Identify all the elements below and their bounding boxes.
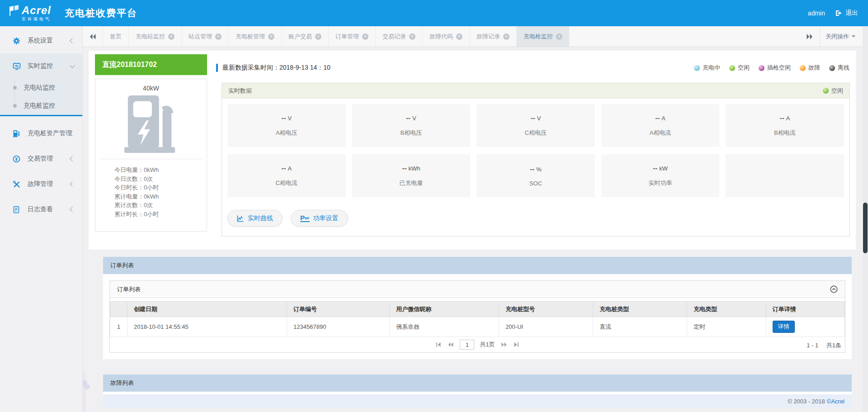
collapse-panel-button[interactable] (830, 285, 838, 293)
sidebar-item-charging-pile-monitor[interactable]: 充电桩监控 (0, 97, 82, 115)
measurement-grid: --VA相电压 --VB相电压 --VC相电压 --AA相电流 --AB相电流 … (227, 104, 844, 197)
tab-close-icon[interactable]: × (556, 33, 562, 40)
tab-label: 充电站监控 (136, 33, 165, 41)
column-order-number: 订单编号 (287, 302, 390, 317)
sidebar-subitem-label: 充电站监控 (24, 84, 55, 92)
fault-section-title: 故障列表 (110, 379, 134, 387)
tabs-scroll-left-button[interactable] (83, 26, 103, 47)
tab-site-management[interactable]: 站点管理× (181, 26, 228, 47)
column-created-date: 创建日期 (127, 302, 287, 317)
tabs-scroll-right-button[interactable] (800, 33, 820, 40)
device-stats: 今日电量：0kWh 今日次数：0次 今日时长：0小时 累计电量：0kWh 累计次… (95, 159, 207, 218)
sidebar-item-charging-station-monitor[interactable]: 充电站监控 (0, 79, 82, 97)
gun-status-badge: 空闲 (823, 87, 843, 95)
accent-bar (216, 64, 218, 72)
order-list-panel: 订单列表 创建日期 订单编号 用户微信昵称 充电桩型号 (109, 280, 845, 353)
tab-order-management[interactable]: 订单管理× (328, 26, 375, 47)
cell-created-date: 2018-10-01 14:55:45 (127, 317, 287, 337)
bullet-icon (13, 104, 17, 108)
tab-fault-records[interactable]: 故障记录× (469, 26, 516, 47)
tab-close-icon[interactable]: × (168, 33, 175, 40)
tab-close-icon[interactable]: × (456, 33, 462, 40)
tab-label: 故障记录 (476, 33, 500, 41)
tab-close-icon[interactable]: × (362, 33, 368, 40)
cell-charge-type: 定时 (687, 317, 766, 337)
chevron-left-icon (70, 38, 75, 43)
order-section-header: 订单列表 (103, 257, 852, 274)
idle-status-dot-icon (823, 88, 829, 94)
cell-order-detail: 详情 (766, 317, 844, 337)
caret-down-icon (852, 35, 855, 38)
column-charge-type: 充电类型 (687, 302, 766, 317)
sidebar-item-label: 系统设置 (28, 37, 53, 45)
stat-today-duration: 今日时长：0小时 (114, 183, 207, 192)
sidebar-item-transaction-management[interactable]: 交易管理 (0, 146, 82, 171)
tile-empty (726, 154, 844, 197)
last-page-button[interactable] (513, 341, 519, 348)
tab-pile-management[interactable]: 充电桩管理× (228, 26, 281, 47)
sidebar-item-fault-management[interactable]: 故障管理 (0, 171, 82, 197)
vertical-scrollbar-track[interactable] (863, 26, 868, 412)
chevron-left-icon (70, 156, 75, 161)
double-chevron-left-icon (89, 33, 96, 40)
close-operations-label: 关闭操作 (826, 33, 849, 41)
column-index (110, 302, 127, 317)
sidebar-group-realtime-monitor: 实时监控 充电站监控 充电桩监控 (0, 53, 82, 116)
logout-button[interactable]: 退出 (835, 9, 858, 17)
tab-close-icon[interactable]: × (268, 33, 274, 40)
tab-label: 订单管理 (335, 33, 359, 41)
first-page-button[interactable] (435, 341, 442, 348)
charging-status-dot-icon (694, 65, 700, 71)
legend-idle: 空闲 (729, 64, 750, 72)
power-setting-button[interactable]: Pwr 功率设置 (291, 210, 348, 227)
tab-close-icon[interactable]: × (315, 33, 321, 40)
table-header-row: 创建日期 订单编号 用户微信昵称 充电桩型号 充电桩类型 充电类型 订单详情 (110, 302, 845, 317)
tab-fault-codes[interactable]: 故障代码× (422, 26, 469, 47)
column-pile-model: 充电桩型号 (499, 302, 593, 317)
order-section-title: 订单列表 (110, 261, 134, 270)
table-row: 1 2018-10-01 14:55:45 1234567890 佛系非酋 20… (110, 317, 845, 337)
previous-page-button[interactable] (447, 341, 454, 348)
tab-close-icon[interactable]: × (409, 33, 415, 40)
tab-transaction-records[interactable]: 交易记录× (375, 26, 422, 47)
sidebar: 系统设置 实时监控 充电站监控 充电桩监控 (0, 26, 83, 412)
sidebar-item-realtime-monitor[interactable]: 实时监控 (0, 53, 82, 79)
realtime-curve-button[interactable]: 实时曲线 (227, 210, 283, 227)
page-title: 充电桩收费平台 (65, 7, 137, 19)
tab-home[interactable]: 首页 (103, 26, 128, 47)
next-page-button[interactable] (500, 341, 508, 348)
cell-index: 1 (110, 317, 127, 337)
tab-label: 交易记录 (382, 33, 406, 41)
legend-fault: 故障 (800, 64, 820, 72)
page-number-input[interactable] (460, 340, 474, 350)
yuan-circle-icon (13, 155, 22, 163)
sidebar-item-log-view[interactable]: 日志查看 (0, 197, 82, 222)
sidebar-item-label: 实时监控 (28, 62, 53, 70)
fault-status-dot-icon (800, 65, 806, 71)
tile-phase-a-voltage: --VA相电压 (227, 104, 346, 147)
tab-label: 充电枪监控 (524, 33, 553, 41)
tile-soc: --%SOC (476, 154, 595, 197)
sidebar-item-system-settings[interactable]: 系统设置 (0, 28, 82, 53)
cell-wechat-nickname: 佛系非酋 (390, 317, 499, 337)
tab-close-icon[interactable]: × (503, 33, 509, 40)
pwr-icon: Pwr (300, 215, 310, 222)
vertical-scrollbar-thumb[interactable] (863, 203, 868, 253)
tile-phase-a-current: --AA相电流 (601, 104, 720, 147)
tab-close-icon[interactable]: × (215, 33, 222, 40)
tab-charging-station-monitor[interactable]: 充电站监控× (128, 26, 181, 47)
tile-phase-c-voltage: --VC相电压 (476, 104, 595, 147)
order-detail-button[interactable]: 详情 (773, 321, 795, 333)
device-card: 直流2018101702 40kW 今日电量：0kWh 今 (95, 54, 207, 232)
tab-charging-gun-monitor[interactable]: 充电枪监控× (516, 26, 569, 47)
tab-account-transaction[interactable]: 账户交易× (281, 26, 328, 47)
charging-platform-page: Acrel 安科瑞电气 充电桩收费平台 admin 退出 系统设置 (0, 0, 868, 412)
sidebar-item-pile-asset-management[interactable]: 充电桩资产管理 (0, 121, 82, 146)
realtime-panel-title: 实时数据 (228, 87, 252, 95)
fault-section-header: 故障列表 (103, 374, 852, 392)
copyright-text: © 2003 - 2018 (788, 398, 825, 405)
logo-subtext: 安科瑞电气 (22, 17, 51, 21)
realtime-data-panel: 实时数据 空闲 --VA相电压 --VB相电压 --VC相电压 --AA相电流 … (222, 83, 850, 237)
stat-total-count: 累计次数：0次 (114, 201, 207, 210)
close-operations-dropdown[interactable]: 关闭操作 (820, 26, 863, 47)
